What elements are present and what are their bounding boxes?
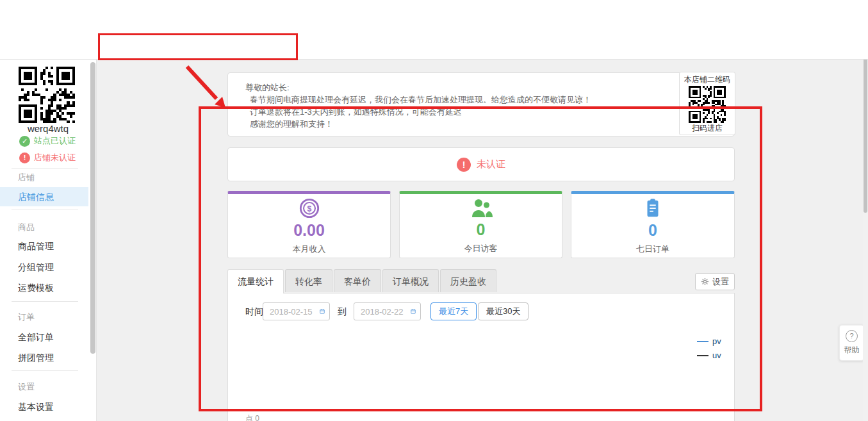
coin-dollar-icon: $ bbox=[299, 197, 320, 219]
help-float-label: 帮助 bbox=[844, 345, 860, 356]
stat-card-monthly-income: $ 0.00 本月收入 bbox=[227, 191, 391, 258]
help-float-button[interactable]: ? 帮助 bbox=[839, 325, 864, 361]
time-filter-label: 时间 bbox=[245, 306, 263, 318]
exclamation-circle-icon: ! bbox=[457, 158, 471, 172]
shop-qr-panel: 本店铺二维码 扫码进店 bbox=[679, 72, 735, 135]
sidebar-divider bbox=[12, 210, 78, 210]
sidebar-divider bbox=[12, 168, 78, 169]
tab-avg-order-value[interactable]: 客单价 bbox=[334, 269, 381, 292]
shop-id-caption: werq4wtq bbox=[0, 123, 96, 134]
week-orders-label: 七日订单 bbox=[636, 244, 669, 255]
pv-line-swatch bbox=[697, 341, 708, 342]
shop-subnav bbox=[0, 37, 868, 60]
annotation-arrow bbox=[179, 62, 234, 113]
site-verified-status: ✓ 站点已认证 bbox=[19, 135, 76, 147]
uv-label: uv bbox=[712, 351, 721, 360]
sidebar-item-shop-info[interactable]: 店铺信息 bbox=[0, 187, 88, 206]
chart-settings-button[interactable]: 设置 bbox=[695, 273, 735, 290]
sidebar-section-settings: 设置 bbox=[18, 381, 35, 393]
sidebar-section-goods: 商品 bbox=[18, 222, 35, 233]
top-header bbox=[0, 0, 868, 37]
unverified-banner: ! 未认证 bbox=[227, 147, 735, 181]
sidebar-item-goods-mgmt[interactable]: 商品管理 bbox=[18, 241, 54, 252]
analytics-tabs: 流量统计 转化率 客单价 订单概况 历史盈收 bbox=[227, 269, 496, 293]
date-to-label: 到 bbox=[338, 306, 347, 318]
announcement-card: 尊敬的站长: 春节期间电商提现处理会有延迟，我们会在春节后加速处理提现。给您造成… bbox=[227, 72, 735, 136]
gear-icon bbox=[701, 277, 709, 286]
date-from-input[interactable] bbox=[270, 307, 316, 317]
last-7-days-button[interactable]: 最近7天 bbox=[430, 302, 477, 320]
date-to-input[interactable] bbox=[361, 307, 407, 317]
calendar-icon bbox=[411, 307, 416, 316]
monthly-income-label: 本月收入 bbox=[293, 244, 326, 255]
question-circle-icon: ? bbox=[846, 330, 858, 342]
shop-qr-code bbox=[19, 67, 75, 123]
tab-history-revenue[interactable]: 历史盈收 bbox=[440, 269, 496, 292]
today-visitors-value: 0 bbox=[477, 220, 486, 239]
sidebar-scrollbar[interactable] bbox=[90, 62, 95, 354]
today-visitors-label: 今日访客 bbox=[464, 243, 498, 254]
sidebar-item-group-mgmt[interactable]: 分组管理 bbox=[18, 262, 54, 274]
date-from-field[interactable] bbox=[263, 302, 330, 320]
orders-clipboard-icon bbox=[642, 197, 664, 219]
svg-text:$: $ bbox=[307, 204, 311, 213]
chart-settings-label: 设置 bbox=[712, 276, 729, 288]
legend-pv[interactable]: pv bbox=[697, 336, 721, 346]
tab-order-overview[interactable]: 订单概况 bbox=[382, 269, 439, 292]
shop-unverified-status: ! 店铺未认证 bbox=[19, 152, 76, 163]
calendar-icon bbox=[320, 307, 325, 316]
last-30-days-button[interactable]: 最近30天 bbox=[478, 302, 528, 320]
notice-line-3: 订单退款将在1-3天内到账，如遇特殊情况，可能会有延迟 bbox=[245, 106, 721, 118]
stat-card-today-visitors: 0 今日访客 bbox=[399, 191, 562, 258]
pv-label: pv bbox=[712, 336, 721, 346]
sidebar-border bbox=[96, 59, 97, 421]
legend-uv[interactable]: uv bbox=[697, 351, 721, 360]
check-circle-icon: ✓ bbox=[19, 136, 30, 147]
shop-qr-title: 本店铺二维码 bbox=[680, 74, 735, 85]
sidebar-divider bbox=[12, 370, 78, 371]
uv-line-swatch bbox=[697, 355, 708, 356]
chart-legend: pv uv bbox=[697, 336, 721, 360]
stat-card-week-orders: 0 七日订单 bbox=[571, 191, 735, 258]
shop-qr-caption: 扫码进店 bbox=[680, 123, 735, 134]
tab-conversion-rate[interactable]: 转化率 bbox=[285, 269, 332, 292]
sidebar-item-groupbuy-mgmt[interactable]: 拼团管理 bbox=[18, 352, 54, 364]
sidebar-item-all-orders[interactable]: 全部订单 bbox=[18, 332, 54, 343]
sidebar-item-shipping-template[interactable]: 运费模板 bbox=[18, 283, 54, 294]
notice-line-1: 尊敬的站长: bbox=[245, 81, 721, 94]
exclamation-circle-icon: ! bbox=[19, 153, 30, 163]
app-window: K 快站 建站 > 电商管理 > 升级套餐 站点列表 云商店 快站大学 ? 3 … bbox=[0, 0, 868, 421]
site-verified-label: 站点已认证 bbox=[34, 135, 76, 147]
visitors-people-icon bbox=[470, 198, 493, 219]
sidebar-section-shop: 店铺 bbox=[18, 172, 35, 183]
notice-line-2: 春节期间电商提现处理会有延迟，我们会在春节后加速处理提现。给您造成的不便敬请见谅… bbox=[245, 94, 721, 106]
shop-entry-qr-code bbox=[689, 86, 726, 123]
sidebar-divider bbox=[12, 301, 78, 302]
shop-unverified-label: 店铺未认证 bbox=[34, 152, 76, 163]
notice-line-4: 感谢您的理解和支持！ bbox=[245, 118, 721, 130]
unverified-label: 未认证 bbox=[477, 158, 505, 170]
monthly-income-value: 0.00 bbox=[293, 221, 325, 240]
sidebar-section-orders: 订单 bbox=[18, 311, 35, 323]
tab-traffic-stats[interactable]: 流量统计 bbox=[227, 269, 284, 293]
date-to-field[interactable] bbox=[354, 302, 421, 320]
chart-axis-partial-text: 点 0 bbox=[245, 413, 259, 421]
sidebar-item-basic-settings[interactable]: 基本设置 bbox=[18, 402, 54, 413]
week-orders-value: 0 bbox=[648, 221, 657, 240]
